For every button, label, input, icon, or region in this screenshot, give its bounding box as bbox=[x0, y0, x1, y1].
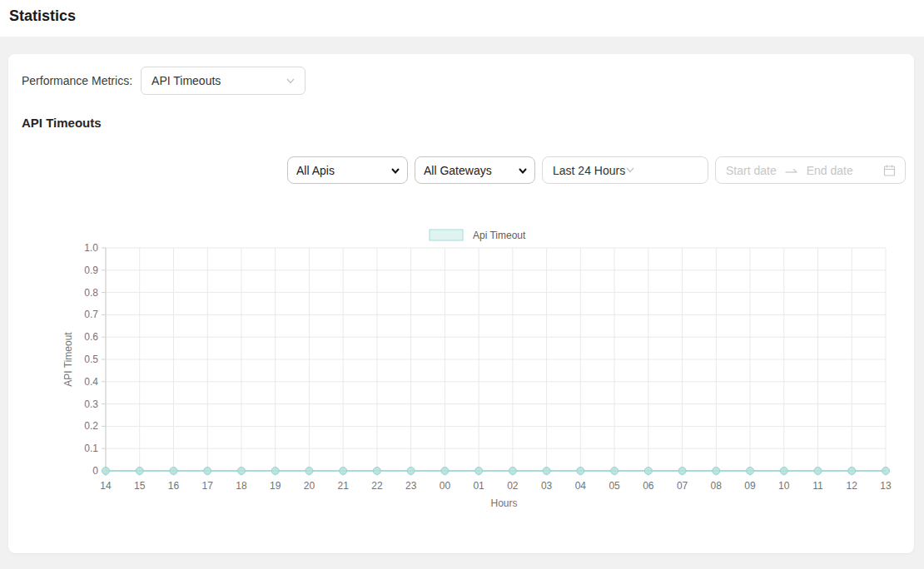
gateway-filter-select[interactable]: All Gateways bbox=[415, 156, 535, 184]
svg-text:0.6: 0.6 bbox=[84, 331, 98, 343]
svg-text:08: 08 bbox=[711, 480, 723, 492]
svg-text:0.8: 0.8 bbox=[84, 287, 98, 299]
calendar-icon bbox=[883, 164, 896, 176]
svg-text:0.2: 0.2 bbox=[84, 420, 98, 432]
svg-text:0.4: 0.4 bbox=[84, 376, 98, 388]
svg-text:0.1: 0.1 bbox=[84, 443, 98, 454]
svg-text:1.0: 1.0 bbox=[84, 242, 98, 254]
svg-text:0.5: 0.5 bbox=[84, 354, 98, 365]
svg-text:Hours: Hours bbox=[490, 497, 517, 509]
chevron-down-icon bbox=[286, 76, 296, 86]
svg-text:22: 22 bbox=[371, 480, 383, 492]
svg-text:0.7: 0.7 bbox=[84, 309, 98, 320]
statistics-panel: Performance Metrics: API Timeouts API Ti… bbox=[8, 54, 914, 553]
svg-text:01: 01 bbox=[473, 480, 484, 492]
chevron-down-icon bbox=[625, 164, 635, 177]
svg-text:Api Timeout: Api Timeout bbox=[473, 230, 526, 241]
start-date-placeholder: Start date bbox=[726, 164, 777, 177]
time-range-select-value: Last 24 Hours bbox=[553, 164, 625, 177]
page-header: Statistics bbox=[0, 0, 924, 37]
svg-text:19: 19 bbox=[270, 480, 281, 492]
svg-text:12: 12 bbox=[847, 480, 858, 492]
svg-text:21: 21 bbox=[337, 480, 349, 492]
svg-text:17: 17 bbox=[202, 480, 214, 492]
svg-text:0.3: 0.3 bbox=[84, 398, 98, 410]
svg-text:13: 13 bbox=[880, 480, 892, 492]
svg-text:02: 02 bbox=[507, 480, 519, 492]
svg-text:03: 03 bbox=[541, 480, 553, 492]
api-filter: All Apis bbox=[287, 156, 408, 184]
time-range-select[interactable]: Last 24 Hours bbox=[542, 156, 708, 184]
svg-text:0.9: 0.9 bbox=[84, 265, 98, 276]
svg-text:0: 0 bbox=[92, 465, 98, 477]
end-date-placeholder: End date bbox=[807, 164, 853, 177]
svg-text:11: 11 bbox=[812, 480, 823, 492]
svg-text:05: 05 bbox=[609, 480, 620, 492]
api-timeout-chart: Api Timeout00.10.20.30.40.50.60.70.80.91… bbox=[8, 220, 914, 545]
svg-text:18: 18 bbox=[236, 480, 247, 492]
gateway-filter: All Gateways bbox=[415, 156, 535, 184]
page-title: Statistics bbox=[9, 7, 76, 25]
svg-text:09: 09 bbox=[744, 480, 756, 492]
svg-text:23: 23 bbox=[405, 480, 417, 492]
performance-metrics-select[interactable]: API Timeouts bbox=[141, 67, 306, 95]
chart-filters: All Apis All Gateways Last 24 Hours Star… bbox=[287, 156, 906, 184]
performance-metrics-label: Performance Metrics: bbox=[22, 74, 132, 87]
swap-right-arrow-icon bbox=[785, 166, 798, 175]
svg-text:10: 10 bbox=[778, 480, 790, 492]
svg-text:00: 00 bbox=[440, 480, 451, 492]
svg-text:14: 14 bbox=[100, 480, 112, 492]
svg-text:API Timeout: API Timeout bbox=[62, 332, 74, 387]
svg-text:16: 16 bbox=[168, 480, 180, 492]
api-filter-select[interactable]: All Apis bbox=[287, 156, 408, 184]
svg-text:15: 15 bbox=[134, 480, 146, 492]
date-range-picker[interactable]: Start date End date bbox=[715, 156, 906, 184]
svg-text:07: 07 bbox=[677, 480, 688, 492]
svg-text:06: 06 bbox=[643, 480, 654, 492]
chart-canvas: Api Timeout00.10.20.30.40.50.60.70.80.91… bbox=[8, 220, 914, 545]
section-title: API Timeouts bbox=[22, 116, 102, 130]
performance-metrics-row: Performance Metrics: API Timeouts bbox=[22, 67, 306, 95]
performance-metrics-select-value: API Timeouts bbox=[152, 74, 221, 87]
svg-text:04: 04 bbox=[575, 480, 587, 492]
svg-text:20: 20 bbox=[304, 480, 315, 492]
